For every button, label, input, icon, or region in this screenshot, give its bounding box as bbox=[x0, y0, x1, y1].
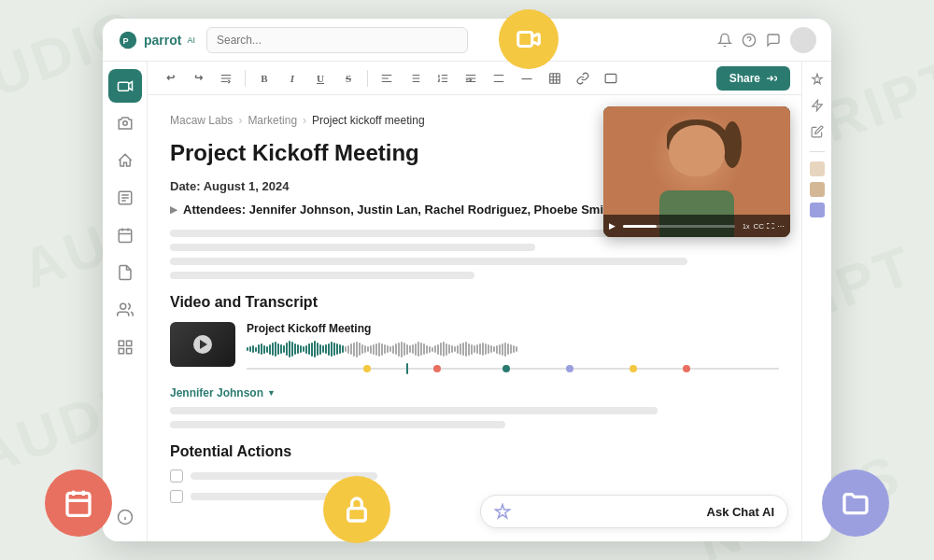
placeholder-lines-2 bbox=[170, 407, 779, 428]
toolbar: ↩ ↪ B I U S bbox=[148, 62, 801, 95]
calendar-circle bbox=[45, 469, 112, 537]
video-progress[interactable] bbox=[623, 225, 735, 228]
share-label: Share bbox=[729, 72, 760, 85]
more-button[interactable]: ⋯ bbox=[777, 222, 785, 231]
sidebar-item-file[interactable] bbox=[108, 256, 142, 289]
play-button[interactable]: ▶ bbox=[609, 221, 616, 231]
video-transcript-heading: Video and Transcript bbox=[170, 294, 779, 311]
bell-icon[interactable] bbox=[717, 33, 732, 48]
embed-button[interactable] bbox=[600, 67, 622, 90]
color-swatch-1[interactable] bbox=[810, 161, 825, 176]
fullscreen-button[interactable]: ⛶ bbox=[767, 222, 774, 231]
action-text-2 bbox=[191, 493, 340, 500]
edit-icon bbox=[811, 125, 824, 138]
color-swatch-2[interactable] bbox=[810, 182, 825, 197]
video-embed[interactable]: ▶ 1x CC ⛶ ⋯ bbox=[603, 106, 790, 237]
transcript-thumbnail[interactable] bbox=[170, 322, 235, 367]
help-icon[interactable] bbox=[742, 33, 757, 48]
color-swatch-3[interactable] bbox=[810, 203, 825, 217]
timeline-dot-3 bbox=[502, 365, 510, 372]
sidebar-item-grid[interactable] bbox=[108, 330, 142, 364]
outdent-button[interactable] bbox=[488, 67, 510, 90]
svg-text:P: P bbox=[123, 35, 129, 45]
edit-panel-button[interactable] bbox=[807, 121, 828, 142]
svg-rect-22 bbox=[126, 349, 131, 354]
share-icon bbox=[766, 73, 777, 84]
waveform[interactable] bbox=[247, 340, 779, 358]
lock-circle bbox=[323, 476, 390, 543]
link-button[interactable] bbox=[572, 67, 594, 90]
sparkle-panel-icon bbox=[811, 73, 824, 86]
table-button[interactable] bbox=[544, 67, 566, 90]
sidebar-item-notes[interactable] bbox=[108, 181, 142, 215]
camera-circle bbox=[499, 9, 559, 69]
align-button[interactable] bbox=[215, 67, 237, 90]
hr-button[interactable]: — bbox=[516, 67, 538, 90]
top-bar-icons bbox=[717, 27, 816, 53]
timeline-dot-1 bbox=[363, 365, 371, 372]
timeline-line bbox=[247, 368, 779, 370]
share-button[interactable]: Share bbox=[716, 66, 790, 91]
user-avatar[interactable] bbox=[790, 27, 816, 53]
lightning-icon bbox=[811, 99, 824, 112]
svg-point-9 bbox=[122, 121, 127, 126]
undo-button[interactable]: ↩ bbox=[159, 67, 181, 90]
action-checkbox-1[interactable] bbox=[170, 469, 183, 483]
underline-button[interactable]: U bbox=[309, 67, 332, 90]
breadcrumb-marketing[interactable]: Marketing bbox=[248, 114, 297, 127]
sidebar-item-home[interactable] bbox=[108, 144, 142, 177]
logo: P parrotAI bbox=[118, 30, 195, 50]
transcript-info: Project Kickoff Meeting bbox=[247, 322, 779, 375]
waveform-bars bbox=[247, 340, 779, 358]
sidebar-item-info[interactable] bbox=[108, 500, 142, 534]
strikethrough-button[interactable]: S bbox=[337, 67, 360, 90]
chat-ai-bar[interactable]: Ask Chat AI bbox=[480, 495, 788, 528]
grid-icon bbox=[117, 339, 134, 356]
toolbar-divider-2 bbox=[367, 70, 368, 87]
svg-rect-21 bbox=[119, 349, 123, 354]
speaker-dropdown-arrow[interactable]: ▼ bbox=[267, 388, 276, 398]
action-checkbox-2[interactable] bbox=[170, 490, 183, 503]
align-text-button[interactable] bbox=[375, 67, 398, 90]
video-control-icons: CC ⛶ ⋯ bbox=[753, 222, 785, 231]
indent-button[interactable] bbox=[460, 67, 482, 90]
users-icon bbox=[117, 301, 134, 318]
italic-button[interactable]: I bbox=[281, 67, 304, 90]
svg-rect-14 bbox=[119, 230, 132, 243]
play-button-small[interactable] bbox=[193, 335, 212, 354]
bold-button[interactable]: B bbox=[253, 67, 276, 90]
play-triangle bbox=[200, 340, 207, 349]
main-body: ↩ ↪ B I U S bbox=[103, 62, 831, 541]
lightning-panel-button[interactable] bbox=[807, 95, 828, 116]
breadcrumb-macaw[interactable]: Macaw Labs bbox=[170, 114, 233, 127]
cc-button[interactable]: CC bbox=[753, 222, 764, 231]
sidebar-item-video[interactable] bbox=[108, 69, 142, 103]
svg-point-18 bbox=[120, 303, 125, 309]
sidebar-item-calendar[interactable] bbox=[108, 218, 142, 252]
person-hair-right bbox=[723, 121, 742, 168]
potential-actions-heading: Potential Actions bbox=[170, 443, 779, 460]
ph-line bbox=[170, 407, 658, 414]
timeline-dot-5 bbox=[630, 365, 637, 372]
redo-button[interactable]: ↪ bbox=[187, 67, 209, 90]
toolbar-divider-1 bbox=[245, 70, 246, 87]
message-icon[interactable] bbox=[766, 33, 781, 48]
svg-rect-8 bbox=[118, 82, 128, 91]
sparkle-panel-button[interactable] bbox=[807, 69, 828, 90]
list-button[interactable] bbox=[403, 67, 426, 90]
sidebar-item-capture[interactable] bbox=[108, 106, 142, 140]
search-input[interactable] bbox=[206, 27, 468, 53]
video-time: 1x bbox=[743, 223, 749, 230]
notes-icon bbox=[117, 189, 134, 206]
app-ai-suffix: AI bbox=[187, 35, 195, 45]
sidebar-item-users[interactable] bbox=[108, 293, 142, 327]
ph-line bbox=[170, 244, 535, 251]
timeline-dot-4 bbox=[566, 365, 573, 372]
ordered-list-button[interactable] bbox=[432, 67, 454, 90]
app-window: P parrotAI bbox=[103, 19, 831, 541]
content-area: ↩ ↪ B I U S bbox=[148, 62, 801, 541]
attendees-toggle[interactable]: ▶ bbox=[170, 204, 177, 215]
svg-rect-19 bbox=[119, 341, 123, 345]
transcript-video-title: Project Kickoff Meeting bbox=[247, 322, 779, 335]
timeline-row bbox=[247, 362, 779, 375]
